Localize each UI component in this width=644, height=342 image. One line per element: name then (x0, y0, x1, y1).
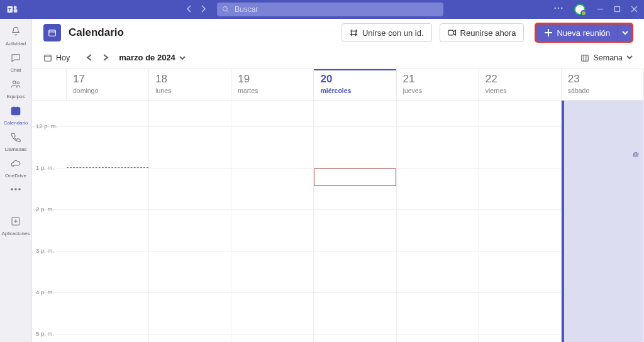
day-header[interactable]: 19martes (231, 69, 314, 100)
window-close-icon[interactable] (631, 4, 638, 15)
button-label: Hoy (56, 53, 70, 62)
day-column[interactable] (231, 101, 314, 342)
calendar-chip-icon (43, 24, 61, 41)
new-meeting-dropdown[interactable] (618, 25, 631, 41)
rail-chat[interactable]: Chat (0, 49, 31, 75)
presence-available-icon (580, 10, 587, 16)
calendar-grid[interactable]: 12 p. m. 1 p. m. 2 p. m. 3 p. m. 4 p. m.… (32, 101, 644, 342)
view-label: Semana (593, 53, 623, 62)
svg-rect-32 (582, 55, 589, 61)
page-title: Calendario (69, 26, 124, 39)
button-label: Reunirse ahora (460, 28, 516, 38)
svg-point-20 (15, 189, 16, 190)
svg-point-2 (14, 6, 17, 9)
chevron-down-icon (626, 54, 633, 60)
month-picker[interactable]: marzo de 2024 (119, 53, 186, 62)
day-header[interactable]: 17domingo (67, 69, 149, 100)
svg-rect-3 (14, 9, 18, 13)
day-column[interactable] (149, 101, 231, 342)
apps-plus-icon (10, 216, 21, 229)
rail-activity[interactable]: Actividad (0, 23, 31, 49)
svg-rect-30 (45, 55, 52, 61)
history-forward-icon[interactable] (199, 4, 207, 15)
new-meeting-button[interactable]: Nueva reunión (535, 23, 633, 42)
today-button[interactable]: Hoy (43, 53, 70, 62)
day-header-today[interactable]: 20miércoles (314, 69, 396, 100)
rail-label: OneDrive (5, 173, 26, 179)
svg-rect-27 (448, 30, 453, 35)
hash-icon (350, 28, 358, 37)
rail-more[interactable] (0, 181, 31, 200)
button-label: Unirse con un id. (362, 28, 424, 38)
next-week-button[interactable] (102, 52, 109, 63)
svg-rect-15 (11, 107, 20, 114)
current-time-slot[interactable] (314, 168, 396, 186)
rail-onedrive[interactable]: OneDrive (0, 155, 31, 181)
history-back-icon[interactable] (186, 4, 193, 15)
title-bar: T Buscar (0, 0, 644, 19)
search-input[interactable]: Buscar (217, 3, 443, 16)
prev-week-button[interactable] (86, 52, 93, 63)
now-indicator-line (67, 167, 148, 168)
chevron-down-icon (179, 55, 186, 61)
svg-point-13 (13, 80, 16, 84)
window-minimize-icon[interactable] (597, 4, 604, 15)
svg-point-6 (555, 8, 556, 9)
day-header[interactable]: 18lunes (149, 69, 231, 100)
teams-app-icon: T (6, 3, 19, 16)
phone-icon (10, 131, 21, 145)
meet-now-button[interactable]: Reunirse ahora (440, 23, 525, 42)
svg-point-14 (17, 81, 19, 84)
svg-line-5 (227, 11, 229, 13)
time-label: 12 p. m. (36, 123, 57, 130)
date-nav-bar: Hoy marzo de 2024 Semana (32, 47, 644, 69)
day-header[interactable]: 23sábado (562, 69, 644, 100)
time-label: 5 p. m. (36, 330, 54, 337)
day-column[interactable] (479, 101, 562, 342)
day-header-row: 17domingo 18lunes 19martes 20miércoles 2… (32, 69, 644, 101)
svg-point-8 (561, 8, 562, 9)
rail-label: Actividad (6, 41, 26, 47)
join-with-id-button[interactable]: Unirse con un id. (341, 23, 432, 42)
svg-point-21 (19, 189, 20, 190)
month-label-text: marzo de 2024 (119, 53, 175, 62)
rail-teams[interactable]: Equipos (0, 75, 31, 102)
time-label: 2 p. m. (36, 206, 54, 212)
day-header[interactable]: 22viernes (479, 69, 562, 100)
view-selector[interactable]: Semana (580, 53, 633, 62)
calendar-icon (10, 105, 21, 119)
rail-calls[interactable]: Llamadas (0, 128, 31, 155)
rail-label: Aplicaciones (2, 231, 30, 236)
chat-icon (10, 52, 21, 66)
chevron-down-icon (622, 30, 628, 36)
rail-label: Chat (11, 67, 21, 73)
svg-text:T: T (8, 7, 11, 13)
day-column-saturday[interactable] (562, 101, 644, 342)
page-header: Calendario Unirse con un id. Reunirse ah… (32, 19, 644, 47)
more-options-icon[interactable] (554, 4, 563, 15)
rail-label: Calendario (4, 120, 28, 126)
search-placeholder: Buscar (235, 5, 258, 14)
rail-label: Llamadas (5, 146, 27, 152)
svg-point-7 (558, 8, 559, 9)
svg-point-4 (223, 7, 228, 11)
cloud-icon (10, 158, 21, 172)
user-avatar[interactable] (573, 3, 587, 16)
time-label: 4 p. m. (36, 289, 54, 295)
svg-rect-10 (615, 7, 620, 12)
search-icon (222, 6, 230, 13)
rail-calendar[interactable]: Calendario (0, 102, 31, 128)
plus-icon (544, 28, 553, 37)
calendar-today-icon (43, 53, 52, 62)
day-column[interactable] (397, 101, 479, 342)
day-header[interactable]: 21jueves (397, 69, 479, 100)
day-column-today[interactable] (314, 101, 396, 342)
rail-apps[interactable]: Aplicaciones (0, 212, 31, 239)
day-column[interactable] (67, 101, 149, 342)
people-icon (10, 79, 21, 92)
window-maximize-icon[interactable] (614, 4, 621, 15)
video-icon (448, 28, 457, 37)
svg-point-19 (11, 189, 13, 190)
time-gutter: 12 p. m. 1 p. m. 2 p. m. 3 p. m. 4 p. m.… (32, 101, 67, 342)
rail-label: Equipos (7, 94, 25, 99)
